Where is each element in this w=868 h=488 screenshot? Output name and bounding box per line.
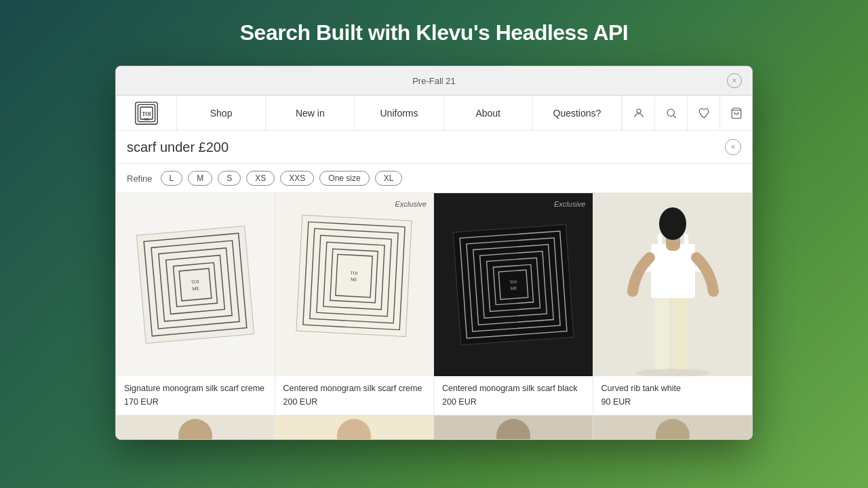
- svg-rect-26: [453, 224, 574, 345]
- product-name-3: Centered monogram silk scarf black: [442, 383, 585, 395]
- svg-text:TOI: TOI: [191, 279, 199, 285]
- svg-rect-43: [658, 234, 662, 247]
- search-bar: scarf under £200 ×: [116, 131, 752, 164]
- svg-rect-44: [684, 234, 688, 247]
- search-icon[interactable]: [654, 96, 687, 131]
- account-icon[interactable]: [622, 96, 654, 131]
- product-info-2: Centered monogram silk scarf creme 200 E…: [275, 376, 434, 415]
- browser-tab-label: Pre-Fall 21: [141, 76, 727, 86]
- product-name-4: Curved rib tank white: [601, 383, 745, 395]
- product-card-2[interactable]: Exclusive TOI ME Centered monogram silk …: [275, 193, 435, 415]
- bottom-products-row: [116, 415, 752, 439]
- nav-link-about[interactable]: About: [444, 96, 533, 130]
- bottom-product-1: [116, 415, 275, 439]
- nav-link-questions[interactable]: Questions?: [533, 96, 622, 130]
- product-info-4: Curved rib tank white 90 EUR: [593, 376, 753, 415]
- svg-rect-40: [651, 244, 695, 298]
- product-info-3: Centered monogram silk scarf black 200 E…: [434, 376, 593, 415]
- svg-text:TOI: TOI: [509, 279, 517, 285]
- filter-chip-one-size[interactable]: One size: [319, 171, 369, 186]
- product-name-2: Centered monogram silk scarf creme: [283, 383, 426, 395]
- nav-link-new-in[interactable]: New in: [266, 96, 355, 130]
- nav-icons: [622, 96, 752, 130]
- product-card-1[interactable]: TOI ME Signature monogram silk scarf cre…: [116, 193, 275, 415]
- nav-links: Shop New in Uniforms About Questions?: [177, 96, 622, 130]
- browser-window: Pre-Fall 21 × TOI ME Shop New in Uniform…: [115, 66, 753, 440]
- nav-link-shop[interactable]: Shop: [177, 96, 266, 130]
- browser-tab-bar: Pre-Fall 21 ×: [116, 66, 752, 96]
- page-title: Search Built with Klevu's Headless API: [240, 20, 629, 45]
- bottom-product-3: [434, 415, 593, 439]
- product-image-1: TOI ME: [116, 193, 275, 376]
- navigation-bar: TOI ME Shop New in Uniforms About Questi…: [116, 96, 752, 131]
- product-price-1: 170 EUR: [124, 397, 267, 407]
- filter-chip-l[interactable]: L: [161, 171, 183, 186]
- bottom-product-4: [593, 415, 753, 439]
- product-name-1: Signature monogram silk scarf creme: [124, 383, 267, 395]
- filter-chip-xl[interactable]: XL: [375, 171, 403, 186]
- product-image-4: [593, 193, 753, 376]
- product-info-1: Signature monogram silk scarf creme 170 …: [116, 376, 275, 415]
- product-image-3: Exclusive TOI ME: [434, 193, 593, 376]
- cart-icon[interactable]: [719, 96, 752, 131]
- nav-logo[interactable]: TOI ME: [116, 96, 177, 130]
- refine-label: Refine: [127, 174, 153, 184]
- product-card-3[interactable]: Exclusive TOI ME Centered monogram silk …: [434, 193, 593, 415]
- product-price-3: 200 EUR: [442, 397, 585, 407]
- bottom-product-2: [275, 415, 435, 439]
- product-card-4[interactable]: Curved rib tank white 90 EUR: [593, 193, 753, 415]
- svg-text:ME: ME: [351, 277, 357, 282]
- search-clear-button[interactable]: ×: [725, 139, 741, 155]
- product-image-2: Exclusive TOI ME: [275, 193, 434, 376]
- svg-point-6: [667, 109, 675, 117]
- product-price-4: 90 EUR: [601, 397, 745, 407]
- refine-bar: Refine L M S XS XXS One size XL: [116, 164, 752, 193]
- svg-rect-39: [673, 295, 688, 369]
- svg-rect-38: [654, 295, 669, 369]
- filter-chip-xs[interactable]: XS: [246, 171, 275, 186]
- filter-chip-s[interactable]: S: [218, 171, 241, 186]
- svg-text:ME: ME: [143, 117, 149, 121]
- browser-close-button[interactable]: ×: [727, 73, 742, 88]
- svg-text:ME: ME: [192, 286, 199, 292]
- nav-link-uniforms[interactable]: Uniforms: [355, 96, 443, 130]
- wishlist-icon[interactable]: [687, 96, 719, 131]
- svg-rect-17: [296, 215, 412, 336]
- products-grid: TOI ME Signature monogram silk scarf cre…: [116, 193, 752, 415]
- search-query-text: scarf under £200: [127, 140, 229, 155]
- svg-point-5: [637, 109, 641, 113]
- product-price-2: 200 EUR: [283, 397, 426, 407]
- svg-text:ME: ME: [510, 285, 517, 291]
- svg-point-42: [659, 207, 686, 240]
- exclusive-badge-3: Exclusive: [554, 200, 585, 208]
- filter-chip-xxs[interactable]: XXS: [280, 171, 314, 186]
- brand-logo-icon: TOI ME: [134, 101, 159, 125]
- svg-text:TOI: TOI: [351, 270, 358, 275]
- svg-text:TOI: TOI: [142, 111, 151, 117]
- filter-chip-m[interactable]: M: [188, 171, 212, 186]
